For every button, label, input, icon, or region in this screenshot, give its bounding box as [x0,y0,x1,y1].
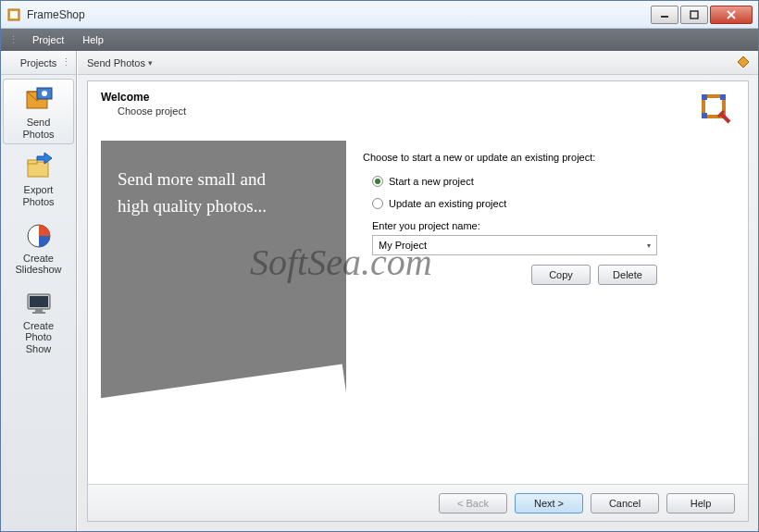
radio-label: Update an existing project [389,198,506,209]
mail-photo-icon [24,85,54,115]
frame-tools-icon [698,91,735,128]
titlebar: FrameShop [1,1,758,29]
cancel-button[interactable]: Cancel [591,493,659,513]
promo-line-2: high quality photos... [118,193,330,220]
svg-rect-15 [35,309,43,312]
window-controls [651,6,753,24]
menubar: ⋮ Project Help [1,29,758,51]
sidebar-item-create-photo-show[interactable]: CreatePhotoShow [3,282,74,360]
sidebar-header-label: Projects [20,57,57,68]
menu-help[interactable]: Help [75,32,111,47]
svg-point-9 [42,91,47,96]
sidebar: Projects ⋮ SendPhotos ExportPhotos [1,51,77,531]
wizard-footer: < Back Next > Cancel Help [88,484,748,521]
svg-rect-21 [702,113,707,118]
window-title: FrameShop [27,8,651,21]
sidebar-item-create-slideshow[interactable]: CreateSlideshow [3,215,74,280]
radio-start-new[interactable]: Start a new project [363,176,735,187]
back-button[interactable]: < Back [439,493,507,513]
wizard-panel: Welcome Choose project Send more small a… [87,80,749,522]
pie-chart-icon [24,221,54,251]
promo-panel: Send more small and high quality photos.… [101,141,346,475]
svg-rect-14 [30,296,48,307]
radio-icon [372,176,383,187]
delete-button[interactable]: Delete [598,265,657,285]
diamond-icon[interactable] [736,55,751,71]
minimize-button[interactable] [651,6,678,24]
form-heading: Choose to start a new or update an exist… [363,152,735,163]
svg-marker-17 [738,56,749,68]
svg-rect-3 [691,11,698,19]
chevron-down-icon: ▾ [148,58,153,68]
sidebar-item-export-photos[interactable]: ExportPhotos [3,146,74,212]
radio-update-existing[interactable]: Update an existing project [363,198,735,209]
radio-icon [372,198,383,209]
sidebar-item-label: CreateSlideshow [15,253,61,276]
svg-rect-11 [28,160,37,164]
sidebar-header[interactable]: Projects ⋮ [1,51,76,75]
svg-rect-16 [32,312,45,314]
project-name-label: Enter you project name: [372,220,735,231]
svg-rect-19 [702,94,707,100]
monitor-icon [24,289,54,318]
sidebar-item-label: SendPhotos [22,117,54,140]
next-button[interactable]: Next > [515,493,583,513]
help-button[interactable]: Help [666,493,735,513]
sidebar-item-label: CreatePhotoShow [23,320,54,355]
svg-rect-20 [720,94,726,100]
breadcrumb-label: Send Photos [87,57,145,68]
menu-project[interactable]: Project [25,32,71,47]
wizard-subtitle: Choose project [118,105,698,117]
sidebar-item-label: ExportPhotos [22,184,54,207]
project-name-combo[interactable]: My Project ▾ [372,235,657,255]
sidebar-grip-icon: ⋮ [61,56,70,68]
close-button[interactable] [710,6,753,24]
main-area: Send Photos ▾ Welcome Choose project [77,51,758,531]
breadcrumb[interactable]: Send Photos ▾ [78,51,758,75]
promo-line-1: Send more small and [118,167,330,193]
project-name-value: My Project [379,240,427,251]
chevron-down-icon: ▾ [647,241,651,250]
svg-rect-1 [10,11,18,19]
wizard-title: Welcome [101,91,698,104]
project-form: Choose to start a new or update an exist… [363,141,735,475]
copy-button[interactable]: Copy [531,265,591,285]
radio-label: Start a new project [389,176,474,187]
app-icon [6,7,21,22]
folder-export-icon [24,153,54,182]
sidebar-item-send-photos[interactable]: SendPhotos [3,79,74,144]
promo-photo-shape [101,365,346,475]
maximize-button[interactable] [680,6,708,24]
menubar-grip-icon: ⋮ [8,34,18,46]
